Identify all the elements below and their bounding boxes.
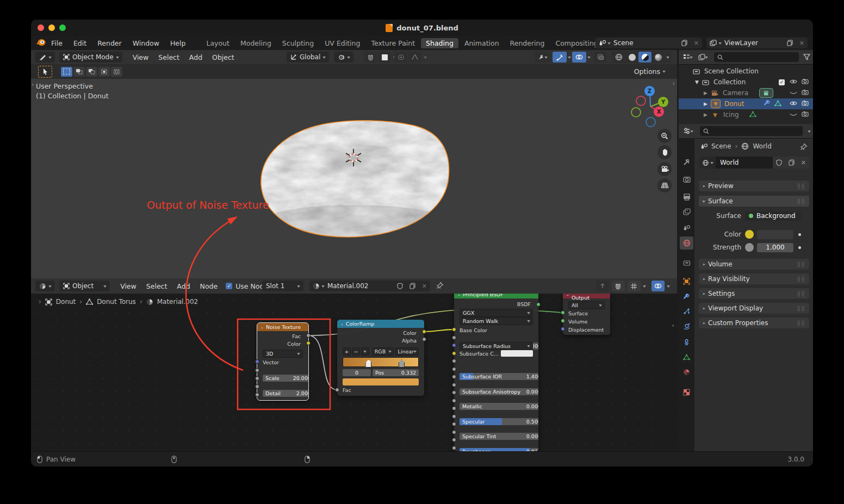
- copy-material-icon[interactable]: [406, 281, 419, 291]
- bsdf-specular-tint-slider[interactable]: Specular Tint0.000: [460, 433, 538, 440]
- material-name[interactable]: Material.002: [327, 282, 394, 290]
- unlink-material-icon[interactable]: ✕: [419, 283, 430, 290]
- output-node-header[interactable]: ⌄Material Output: [563, 294, 610, 298]
- render-camera-icon[interactable]: [802, 89, 809, 97]
- tab-modeling[interactable]: Modeling: [235, 38, 276, 48]
- outliner-display-mode-button[interactable]: ▾: [697, 52, 710, 63]
- tab-layout[interactable]: Layout: [201, 38, 234, 48]
- bsdf-subsurface-socket[interactable]: [452, 335, 456, 340]
- scene-selector[interactable]: ▾ Scene ✕: [595, 38, 702, 48]
- gizmo-axis-y[interactable]: Y: [658, 97, 668, 107]
- tab-physics-icon[interactable]: [680, 319, 693, 332]
- scene-name[interactable]: Scene: [613, 39, 678, 47]
- view-layer-icon[interactable]: ▾: [706, 38, 724, 48]
- tweak-tool-button[interactable]: [38, 66, 52, 78]
- output-surface-socket[interactable]: [561, 310, 565, 315]
- tab-rendering[interactable]: Rendering: [505, 38, 550, 48]
- tab-uv-editing[interactable]: UV Editing: [320, 38, 365, 48]
- panel-ray-visibility[interactable]: ▾Ray Visibility⣿⣿: [699, 273, 809, 284]
- copy-world-icon[interactable]: [785, 157, 798, 169]
- render-camera-icon[interactable]: [802, 111, 809, 119]
- menu-render[interactable]: Render: [92, 36, 127, 50]
- bsdf-metallic-slider[interactable]: Metallic0.000: [460, 403, 538, 410]
- node-principled-bsdf[interactable]: ⌄Principled BSDF BSDF GGX▾ Random Walk▾ …: [454, 294, 538, 451]
- ramp-stop-2[interactable]: [399, 359, 405, 368]
- select-box-subtract-button[interactable]: [86, 67, 97, 77]
- outliner-row-camera[interactable]: ▶ Camera: [679, 88, 813, 98]
- ramp-remove-stop-button[interactable]: −: [352, 347, 360, 356]
- tab-texture-paint[interactable]: Texture Paint: [366, 38, 420, 48]
- solid-shading-button[interactable]: [625, 52, 638, 63]
- camera-data-icon[interactable]: [759, 88, 773, 98]
- viewport-menu-add[interactable]: Add: [184, 53, 207, 61]
- shader-menu-select[interactable]: Select: [141, 282, 172, 290]
- tab-object-data-icon[interactable]: [680, 351, 693, 364]
- color-socket-swatch[interactable]: [745, 230, 754, 239]
- shader-menu-node[interactable]: Node: [195, 282, 223, 290]
- node-snap-grid-icon[interactable]: [628, 281, 641, 291]
- ramp-alpha-output-socket[interactable]: [422, 337, 426, 341]
- select-box-new-button[interactable]: [61, 67, 72, 77]
- gizmo-axis-x[interactable]: X: [654, 107, 664, 117]
- output-target-dropdown[interactable]: All▾: [568, 301, 605, 309]
- bsdf-sheen-tint-socket[interactable]: [452, 430, 456, 434]
- options-dropdown[interactable]: Options▾: [634, 67, 665, 76]
- panel-viewport-display[interactable]: ▾Viewport Display⣿⣿: [699, 303, 809, 314]
- pan-view-button[interactable]: [657, 145, 672, 159]
- output-displacement-socket[interactable]: [561, 327, 565, 331]
- view-layer-name[interactable]: ViewLayer: [724, 39, 784, 47]
- world-fake-user-shield-icon[interactable]: [773, 157, 785, 169]
- copy-view-layer-icon[interactable]: [784, 38, 796, 48]
- node-snapping-magnet-icon[interactable]: [612, 281, 625, 291]
- remove-view-layer-icon[interactable]: ✕: [796, 40, 808, 47]
- bsdf-output-socket[interactable]: [536, 302, 541, 307]
- bsdf-clearcoat-socket[interactable]: [452, 438, 456, 442]
- node-material-output[interactable]: ⌄Material Output All▾ Surface Volume Dis…: [563, 294, 610, 335]
- properties-editor-type-button[interactable]: ▾: [681, 126, 694, 136]
- panel-custom-properties[interactable]: ▾Custom Properties⣿⣿: [699, 318, 809, 328]
- ramp-color-output-socket[interactable]: [422, 329, 426, 334]
- bsdf-sheen-socket[interactable]: [452, 422, 456, 426]
- noise-scale-input-socket[interactable]: [255, 368, 259, 372]
- select-box-extend-button[interactable]: [73, 67, 85, 77]
- viewport-menu-object[interactable]: Object: [207, 53, 239, 61]
- breadcrumb-scene[interactable]: Scene: [711, 142, 731, 150]
- noise-detail-input-socket[interactable]: [255, 376, 259, 381]
- tab-shading[interactable]: Shading: [421, 38, 458, 48]
- tab-sculpting[interactable]: Sculpting: [277, 38, 319, 48]
- mesh-data-icon[interactable]: [749, 111, 756, 119]
- shader-type-selector[interactable]: Object▾: [59, 281, 110, 291]
- ramp-specials-button[interactable]: ▾: [361, 347, 369, 356]
- noise-scale-slider[interactable]: Scale20.000: [263, 375, 308, 382]
- menu-file[interactable]: File: [46, 36, 68, 50]
- noise-detail-slider[interactable]: Detail2.000: [263, 390, 308, 397]
- ramp-pos-slider[interactable]: Pos0.332: [373, 369, 419, 376]
- panel-preview[interactable]: ▾Preview⣿⣿: [699, 181, 809, 191]
- sidebar-collapse-icon[interactable]: ‹: [673, 80, 675, 87]
- bsdf-subsurface-ior-socket[interactable]: [452, 359, 456, 363]
- node-colorramp[interactable]: ⌄ColorRamp Color Alpha + − ▾ RGB▾ Linear…: [337, 320, 424, 396]
- disable-render-camera-icon[interactable]: [802, 78, 809, 86]
- view-layer-selector[interactable]: ▾ ViewLayer ✕: [706, 38, 808, 48]
- tab-object-icon[interactable]: [680, 275, 693, 288]
- pin-id-icon[interactable]: [800, 142, 808, 153]
- bsdf-base-color-socket[interactable]: [452, 327, 456, 332]
- zoom-view-button[interactable]: [657, 129, 672, 143]
- ramp-fac-input-socket[interactable]: [335, 388, 339, 392]
- hidden-viewport-icon[interactable]: [790, 111, 797, 119]
- noise-distortion-input-socket[interactable]: [255, 393, 259, 397]
- tab-tool-icon[interactable]: [680, 155, 693, 169]
- gizmo-axis-z[interactable]: Z: [644, 86, 655, 96]
- unlink-scene-icon[interactable]: ✕: [691, 40, 702, 47]
- bsdf-roughness-socket[interactable]: [452, 399, 456, 403]
- bsdf-subsurface-ior-slider[interactable]: Subsurface IOR1.400: [460, 373, 538, 380]
- tab-constraints-icon[interactable]: [680, 335, 693, 349]
- animate-color-dot[interactable]: [798, 233, 801, 236]
- show-gizmo-button[interactable]: [553, 52, 567, 63]
- tab-material-icon[interactable]: [680, 365, 693, 378]
- editor-type-button[interactable]: ▾: [35, 52, 55, 63]
- panel-settings[interactable]: ▾Settings⣿⣿: [699, 288, 809, 299]
- go-to-parent-node-tree-icon[interactable]: [596, 281, 609, 291]
- colorramp-node-header[interactable]: ⌄ColorRamp: [337, 320, 424, 328]
- mesh-data-icon[interactable]: [774, 100, 781, 108]
